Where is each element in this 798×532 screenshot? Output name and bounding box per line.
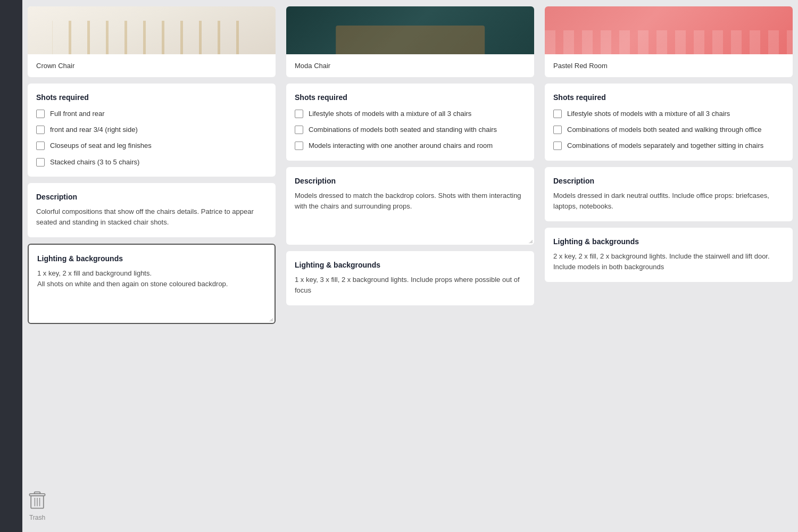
checkbox-item: Lifestyle shots of models with a mixture… <box>553 109 784 119</box>
checkbox-item: front and rear 3/4 (right side) <box>36 125 267 135</box>
checkbox-label-3-moda: Models interacting with one another arou… <box>309 141 493 151</box>
checkbox-3-crown[interactable] <box>36 142 45 150</box>
checkbox-3-pastel[interactable] <box>553 142 562 150</box>
sidebar <box>0 0 22 532</box>
desc-card-crown: Description Colorful compositions that s… <box>28 183 276 237</box>
checkbox-3-moda[interactable] <box>295 142 303 150</box>
resize-handle-crown <box>269 317 273 321</box>
page-background: Crown Chair Shots required Full front an… <box>0 0 798 532</box>
desc-card-pastel: Description Models dressed in dark neutr… <box>545 167 793 221</box>
trash-label: Trash <box>29 514 45 521</box>
trash-button[interactable]: Trash <box>27 489 48 521</box>
crown-image-bg <box>28 6 276 54</box>
column-moda: Moda Chair Shots required Lifestyle shot… <box>281 0 539 532</box>
checkbox-label-4-crown: Stacked chairs (3 to 5 chairs) <box>50 157 139 167</box>
checkbox-label-1-pastel: Lifestyle shots of models with a mixture… <box>567 109 730 119</box>
checkbox-item: Models interacting with one another arou… <box>295 141 526 151</box>
svg-rect-2 <box>35 492 40 494</box>
checkbox-label-2-pastel: Combinations of models both seated and w… <box>567 125 761 135</box>
checkbox-item: Combinations of models both seated and s… <box>295 125 526 135</box>
lighting-text-pastel: 2 x key, 2 x fill, 2 x background lights… <box>553 251 784 272</box>
pastel-room-label: Pastel Red Room <box>545 54 793 77</box>
image-card-crown: Crown Chair <box>28 6 276 77</box>
lighting-text-moda: 1 x key, 3 x fill, 2 x background lights… <box>295 275 526 296</box>
crown-chair-label: Crown Chair <box>28 54 276 77</box>
checkbox-label-2-moda: Combinations of models both seated and s… <box>309 125 497 135</box>
shots-card-pastel: Shots required Lifestyle shots of models… <box>545 84 793 161</box>
checkbox-2-moda[interactable] <box>295 126 303 134</box>
lighting-heading-crown: Lighting & backgrounds <box>37 254 266 263</box>
desc-heading-moda: Description <box>295 177 526 185</box>
trash-icon <box>27 489 48 511</box>
shots-heading-moda: Shots required <box>295 93 526 102</box>
checkbox-label-3-pastel: Combinations of models separately and to… <box>567 141 763 151</box>
checkbox-item: Lifestyle shots of models with a mixture… <box>295 109 526 119</box>
resize-handle-desc-moda <box>528 239 533 243</box>
pastel-image-bg <box>545 6 793 54</box>
desc-text-crown: Colorful compositions that show off the … <box>36 206 267 228</box>
lighting-card-moda: Lighting & backgrounds 1 x key, 3 x fill… <box>286 251 534 305</box>
checkbox-item: Combinations of models both seated and w… <box>553 125 784 135</box>
lighting-heading-pastel: Lighting & backgrounds <box>553 237 784 246</box>
checkbox-label-1-moda: Lifestyle shots of models with a mixture… <box>309 109 471 119</box>
moda-chair-label: Moda Chair <box>286 54 534 77</box>
checkbox-item: Full front and rear <box>36 109 267 119</box>
column-pastel: Pastel Red Room Shots required Lifestyle… <box>539 0 798 532</box>
checkbox-item: Combinations of models separately and to… <box>553 141 784 151</box>
lighting-card-crown: Lighting & backgrounds 1 x key, 2 x fill… <box>28 244 276 324</box>
image-pastel <box>545 6 793 54</box>
desc-card-moda: Description Models dressed to match the … <box>286 167 534 245</box>
image-moda <box>286 6 534 54</box>
image-card-moda: Moda Chair <box>286 6 534 77</box>
image-card-pastel: Pastel Red Room <box>545 6 793 77</box>
checkbox-item: Closeups of seat and leg finishes <box>36 141 267 151</box>
shots-card-crown: Shots required Full front and rear front… <box>28 84 276 177</box>
lighting-textarea-crown[interactable]: 1 x key, 2 x fill and background lights.… <box>37 268 266 311</box>
lighting-heading-moda: Lighting & backgrounds <box>295 261 526 269</box>
shots-card-moda: Shots required Lifestyle shots of models… <box>286 84 534 161</box>
moda-image-bg <box>286 6 534 54</box>
shots-heading-crown: Shots required <box>36 93 267 102</box>
checkbox-4-crown[interactable] <box>36 158 45 167</box>
checkbox-1-crown[interactable] <box>36 110 45 118</box>
shots-heading-pastel: Shots required <box>553 93 784 102</box>
desc-text-pastel: Models dressed in dark neutral outfits. … <box>553 190 784 212</box>
column-crown: Crown Chair Shots required Full front an… <box>22 0 281 532</box>
checkbox-item: Stacked chairs (3 to 5 chairs) <box>36 157 267 167</box>
checkbox-1-moda[interactable] <box>295 110 303 118</box>
lighting-card-pastel: Lighting & backgrounds 2 x key, 2 x fill… <box>545 228 793 282</box>
desc-heading-pastel: Description <box>553 177 784 185</box>
checkbox-2-pastel[interactable] <box>553 126 562 134</box>
desc-textarea-moda[interactable]: Models dressed to match the backdrop col… <box>295 190 526 234</box>
desc-heading-crown: Description <box>36 193 267 201</box>
checkbox-1-pastel[interactable] <box>553 110 562 118</box>
main-content: Crown Chair Shots required Full front an… <box>22 0 798 532</box>
columns-wrapper: Crown Chair Shots required Full front an… <box>22 0 798 532</box>
checkbox-label-3-crown: Closeups of seat and leg finishes <box>50 141 152 151</box>
checkbox-label-2-crown: front and rear 3/4 (right side) <box>50 125 138 135</box>
checkbox-label-1-crown: Full front and rear <box>50 109 105 119</box>
checkbox-2-crown[interactable] <box>36 126 45 134</box>
image-crown <box>28 6 276 54</box>
